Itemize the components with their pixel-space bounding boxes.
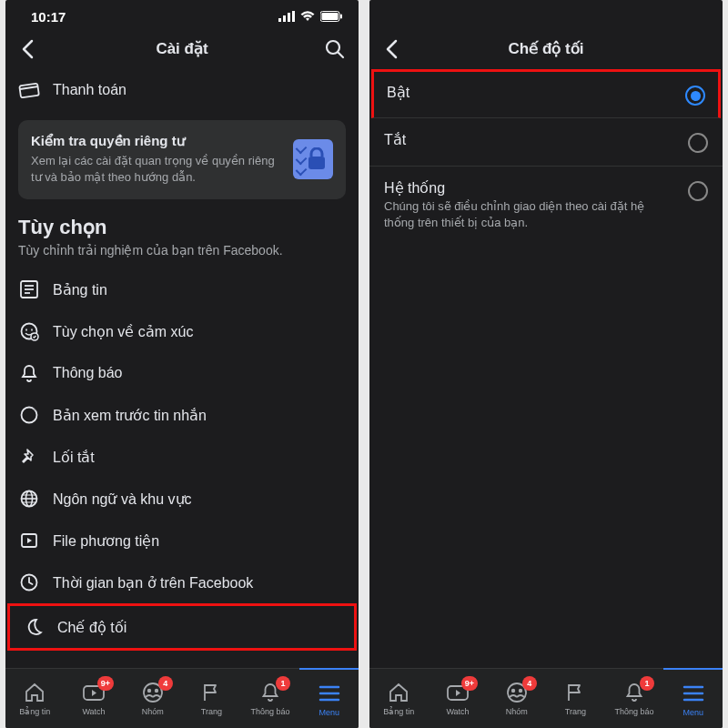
svg-line-8 <box>339 53 344 58</box>
tab-menu[interactable]: Menu <box>663 668 723 728</box>
svg-point-36 <box>518 689 521 693</box>
pin-icon <box>18 446 40 468</box>
search-icon <box>325 39 345 59</box>
badge: 4 <box>158 676 173 691</box>
tab-watch[interactable]: 9+ Watch <box>429 669 488 728</box>
section-header: Tùy chọn Tùy chỉnh trải nghiệm của bạn t… <box>5 216 359 268</box>
chevron-left-icon <box>385 39 398 59</box>
tab-pages[interactable]: Trang <box>546 669 605 728</box>
chevron-left-icon <box>21 39 34 59</box>
settings-item-shortcuts[interactable]: Lối tắt <box>5 436 359 478</box>
home-icon <box>387 681 410 704</box>
tab-label: Trang <box>565 707 586 716</box>
badge: 9+ <box>97 676 114 691</box>
svg-point-35 <box>511 689 514 693</box>
tab-bar: Bảng tin 9+ Watch 4 Nhóm Trang 1 Thông b… <box>369 668 723 728</box>
globe-icon <box>18 488 40 510</box>
tab-newsfeed[interactable]: Bảng tin <box>5 669 65 728</box>
groups-icon: 4 <box>505 681 529 704</box>
tab-groups[interactable]: 4 Nhóm <box>123 669 182 728</box>
list-item-label: Thời gian bạn ở trên Facebook <box>53 574 346 592</box>
badge: 4 <box>522 676 537 691</box>
settings-item-newsfeed[interactable]: Bảng tin <box>5 268 359 310</box>
back-button[interactable] <box>379 36 404 62</box>
tab-notifications[interactable]: 1 Thông báo <box>605 669 664 728</box>
tab-label: Nhóm <box>506 707 528 716</box>
svg-rect-2 <box>288 13 290 22</box>
media-icon <box>18 530 40 551</box>
svg-rect-5 <box>322 13 339 20</box>
bell-icon <box>18 362 40 384</box>
settings-item-language[interactable]: Ngôn ngữ và khu vực <box>5 478 359 520</box>
settings-item-media[interactable]: File phương tiện <box>5 520 359 561</box>
svg-rect-1 <box>283 15 286 22</box>
privacy-lock-icon <box>293 139 333 179</box>
tab-pages[interactable]: Trang <box>182 669 241 728</box>
privacy-checkup-card[interactable]: Kiểm tra quyền riêng tư Xem lại các cài … <box>18 120 346 199</box>
flag-icon <box>563 681 587 704</box>
settings-item-reaction[interactable]: Tùy chọn về cảm xúc <box>5 310 359 352</box>
tab-label: Bảng tin <box>383 707 414 716</box>
tab-bar: Bảng tin 9+ Watch 4 Nhóm Trang 1 Thông b… <box>5 668 359 728</box>
settings-content: Thanh toán Kiểm tra quyền riêng tư Xem l… <box>5 69 359 668</box>
groups-icon: 4 <box>141 681 165 704</box>
nav-header: Cài đặt <box>5 27 359 69</box>
option-off[interactable]: Tắt <box>369 118 723 167</box>
tab-notifications[interactable]: 1 Thông báo <box>241 669 300 728</box>
bell-icon: 1 <box>258 681 282 704</box>
tab-label: Menu <box>318 708 339 717</box>
home-icon <box>23 681 46 704</box>
settings-item-payment[interactable]: Thanh toán <box>5 69 359 111</box>
option-label: Hệ thống <box>384 179 673 197</box>
section-subtitle: Tùy chỉnh trải nghiệm của bạn trên Faceb… <box>18 243 346 258</box>
option-on[interactable]: Bật <box>371 69 721 118</box>
tab-label: Bảng tin <box>19 707 50 716</box>
wifi-icon <box>300 11 315 22</box>
list-item-label: Lối tắt <box>53 449 346 466</box>
tab-newsfeed[interactable]: Bảng tin <box>369 669 429 728</box>
watch-icon: 9+ <box>446 681 470 704</box>
tab-label: Watch <box>446 707 469 716</box>
battery-icon <box>320 11 342 22</box>
badge: 9+ <box>461 676 478 691</box>
svg-rect-0 <box>278 18 281 22</box>
search-button[interactable] <box>322 36 348 62</box>
status-bar: 10:17 <box>5 0 359 27</box>
list-item-label: Ngôn ngữ và khu vực <box>53 490 346 508</box>
svg-rect-11 <box>308 157 325 169</box>
list-item-label: Thanh toán <box>53 82 346 98</box>
option-system[interactable]: Hệ thống Chúng tôi sẽ điều chỉnh giao di… <box>369 167 723 243</box>
moon-icon <box>23 616 45 638</box>
status-icons <box>278 11 342 22</box>
settings-item-dark-mode[interactable]: Chế độ tối <box>7 603 357 651</box>
settings-item-time-on-facebook[interactable]: Thời gian bạn ở trên Facebook <box>5 561 359 603</box>
section-title: Tùy chọn <box>18 216 346 239</box>
flag-icon <box>199 681 223 704</box>
menu-icon <box>318 682 341 705</box>
page-title: Chế độ tối <box>509 39 584 58</box>
payment-icon <box>18 79 40 101</box>
tab-menu[interactable]: Menu <box>299 668 359 728</box>
list-item-label: Bảng tin <box>53 281 346 298</box>
tab-label: Thông báo <box>615 707 654 716</box>
tab-groups[interactable]: 4 Nhóm <box>487 669 546 728</box>
svg-rect-3 <box>292 11 295 22</box>
list-item-label: Tùy chọn về cảm xúc <box>53 323 346 340</box>
svg-line-10 <box>20 86 38 89</box>
tab-label: Trang <box>201 707 222 716</box>
option-subtitle: Chúng tôi sẽ điều chỉnh giao diện theo c… <box>384 198 673 230</box>
tab-label: Nhóm <box>142 707 164 716</box>
list-item-label: Thông báo <box>53 365 346 381</box>
bell-icon: 1 <box>622 681 646 704</box>
page-title: Cài đặt <box>156 39 207 58</box>
option-label: Tắt <box>384 131 673 148</box>
settings-item-notifications[interactable]: Thông báo <box>5 352 359 394</box>
badge: 1 <box>276 676 290 691</box>
back-button[interactable] <box>15 36 40 62</box>
settings-item-message-preview[interactable]: Bản xem trước tin nhắn <box>5 394 359 436</box>
reaction-icon <box>18 320 40 342</box>
list-item-label: Chế độ tối <box>57 619 341 636</box>
tab-watch[interactable]: 9+ Watch <box>65 669 124 728</box>
settings-screen: 10:17 Cài đặt Thanh toán Kiểm tra quyền … <box>5 0 359 728</box>
radio-selected-icon <box>685 86 705 106</box>
